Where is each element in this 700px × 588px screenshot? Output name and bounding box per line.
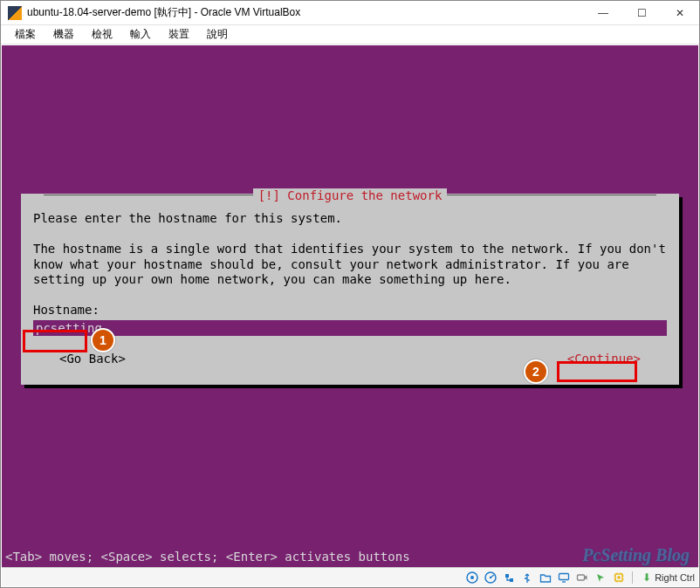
menu-help[interactable]: 說明 [198, 25, 237, 44]
hdd-icon[interactable] [484, 571, 498, 585]
window-title: ubuntu-18.04-server-demo [執行中] - Oracle … [27, 5, 584, 20]
usb-icon[interactable] [520, 571, 534, 585]
virtualbox-window: ubuntu-18.04-server-demo [執行中] - Oracle … [0, 0, 700, 588]
shared-folder-icon[interactable] [539, 571, 552, 585]
menu-view[interactable]: 檢視 [83, 25, 121, 44]
minimize-button[interactable]: — [584, 1, 622, 25]
configure-network-dialog: [!] Configure the network Please enter t… [21, 194, 679, 385]
menubar: 檔案 機器 檢視 輸入 裝置 說明 [1, 25, 699, 44]
statusbar-separator [632, 571, 633, 584]
disc-icon[interactable] [465, 571, 479, 585]
vm-screen[interactable]: [!] Configure the network Please enter t… [2, 45, 698, 567]
dialog-prompt: Please enter the hostname for this syste… [33, 211, 342, 225]
window-controls: — ☐ ✕ [584, 1, 699, 25]
cpu-icon[interactable] [612, 571, 626, 585]
hostname-input-bar[interactable] [33, 320, 667, 336]
watermark: PcSetting Blog [582, 545, 690, 565]
hostkey-arrow-icon: ⬇ [642, 571, 651, 584]
svg-rect-6 [510, 578, 513, 582]
titlebar: ubuntu-18.04-server-demo [執行中] - Oracle … [1, 1, 699, 25]
menu-machine[interactable]: 機器 [45, 25, 83, 44]
hostkey-label: Right Ctrl [655, 572, 695, 583]
svg-rect-8 [528, 579, 529, 580]
display-icon[interactable] [557, 571, 571, 585]
dialog-description: The hostname is a single word that ident… [33, 242, 673, 286]
statusbar: ⬇ Right Ctrl [2, 567, 698, 586]
maximize-button[interactable]: ☐ [622, 1, 661, 25]
go-back-button[interactable]: <Go Back> [59, 352, 126, 366]
dialog-body: Please enter the hostname for this syste… [33, 211, 667, 318]
dialog-title: [!] Configure the network [253, 188, 448, 202]
continue-button[interactable]: <Continue> [567, 352, 641, 366]
dialog-buttons: <Go Back> <Continue> [33, 352, 667, 366]
app-icon [8, 6, 22, 20]
close-button[interactable]: ✕ [661, 1, 699, 25]
hostkey-indicator[interactable]: ⬇ Right Ctrl [639, 571, 695, 584]
svg-rect-11 [578, 575, 585, 580]
hostname-input-value[interactable]: pcsetting [35, 320, 103, 336]
svg-rect-9 [559, 573, 569, 579]
key-hint: <Tab> moves; <Space> selects; <Enter> ac… [5, 550, 410, 564]
menu-file[interactable]: 檔案 [6, 25, 45, 44]
menu-devices[interactable]: 裝置 [160, 25, 198, 44]
svg-rect-13 [618, 576, 621, 578]
svg-point-1 [470, 576, 474, 579]
svg-rect-5 [505, 574, 509, 578]
hostname-label: Hostname: [33, 303, 100, 317]
svg-line-4 [491, 575, 494, 578]
menu-input[interactable]: 輸入 [121, 25, 160, 44]
network-icon[interactable] [502, 571, 516, 585]
mouse-integration-icon[interactable] [594, 571, 607, 585]
recording-icon[interactable] [575, 571, 589, 585]
hostname-field-row: pcsetting [33, 320, 667, 339]
svg-point-7 [525, 578, 526, 579]
